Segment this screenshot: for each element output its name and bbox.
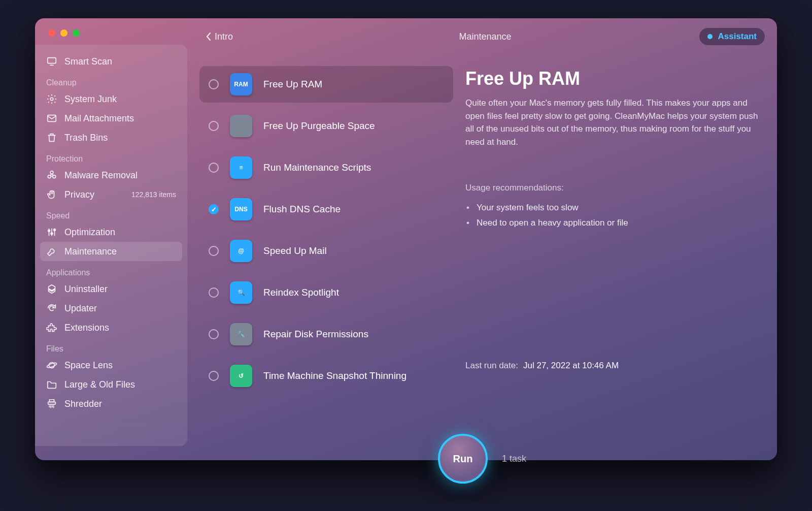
task-item-run-maintenance-scripts[interactable]: ≡Run Maintenance Scripts: [199, 149, 453, 186]
window-controls: [48, 29, 80, 37]
last-run-value: Jul 27, 2022 at 10:46 AM: [523, 361, 619, 371]
puzzle-icon: [46, 322, 57, 333]
minimize-window-button[interactable]: [60, 29, 67, 37]
detail-panel: Free Up RAM Quite often your Mac's memor…: [465, 68, 765, 460]
task-checkbox[interactable]: [209, 246, 219, 256]
sidebar-item-label: Smart Scan: [64, 56, 112, 67]
task-item-free-up-ram[interactable]: RAMFree Up RAM: [199, 66, 453, 103]
task-icon: 🔧: [230, 323, 252, 345]
task-icon: ≡: [230, 156, 252, 179]
task-label: Repair Disk Permissions: [263, 329, 368, 340]
sidebar-item-smart-scan[interactable]: Smart Scan: [40, 52, 182, 71]
task-checkbox[interactable]: [209, 288, 219, 298]
sidebar-item-maintenance[interactable]: Maintenance: [40, 242, 182, 261]
sidebar-item-malware-removal[interactable]: Malware Removal: [40, 166, 182, 185]
sidebar-item-large-old-files[interactable]: Large & Old Files: [40, 375, 182, 394]
run-label: Run: [453, 453, 473, 465]
sidebar-item-system-junk[interactable]: System Junk: [40, 89, 182, 109]
shredder-icon: [46, 398, 57, 409]
last-run-label: Last run date:: [465, 361, 518, 371]
run-section: Run 1 task: [438, 434, 526, 484]
sidebar-item-label: Maintenance: [64, 246, 117, 257]
assistant-button[interactable]: Assistant: [699, 28, 765, 45]
main-content: Intro Maintenance Assistant RAMFree Up R…: [187, 18, 777, 460]
sidebar-item-mail-attachments[interactable]: Mail Attachments: [40, 109, 182, 128]
detail-title: Free Up RAM: [465, 68, 760, 89]
task-icon: 🔍: [230, 281, 252, 304]
sidebar: Smart Scan CleanupSystem JunkMail Attach…: [35, 45, 187, 446]
task-item-reindex-spotlight[interactable]: 🔍Reindex Spotlight: [199, 274, 453, 311]
task-icon: [230, 115, 252, 137]
fullscreen-window-button[interactable]: [73, 29, 80, 37]
sidebar-group-label: Files: [40, 337, 182, 356]
sidebar-item-label: Extensions: [64, 323, 109, 333]
sidebar-item-optimization[interactable]: Optimization: [40, 222, 182, 242]
envelope-icon: [46, 113, 57, 124]
folder-icon: [46, 379, 57, 390]
planet-icon: [46, 360, 57, 371]
task-checkbox[interactable]: [209, 121, 219, 131]
task-item-speed-up-mail[interactable]: @Speed Up Mail: [199, 233, 453, 269]
sidebar-group-label: Cleanup: [40, 71, 182, 89]
close-window-button[interactable]: [48, 29, 55, 37]
task-list: RAMFree Up RAMFree Up Purgeable Space≡Ru…: [199, 61, 453, 460]
svg-point-7: [48, 230, 50, 232]
wrench-icon: [46, 246, 57, 257]
task-checkbox[interactable]: [209, 79, 219, 89]
recommendations-list: Your system feels too slowNeed to open a…: [465, 200, 760, 231]
task-checkbox[interactable]: [209, 329, 219, 339]
sidebar-group-label: Protection: [40, 147, 182, 166]
task-item-time-machine-snapshot-thinning[interactable]: ↺Time Machine Snapshot Thinning: [199, 358, 453, 394]
task-count: 1 task: [502, 454, 526, 464]
recommendations-heading: Usage recommendations:: [465, 183, 760, 193]
hand-icon: [46, 189, 57, 200]
gear-icon: [46, 93, 57, 105]
recommendation-item: Your system feels too slow: [465, 200, 760, 215]
last-run-row: Last run date: Jul 27, 2022 at 10:46 AM: [465, 361, 619, 371]
sidebar-item-updater[interactable]: Updater: [40, 299, 182, 318]
detail-description: Quite often your Mac's memory gets fully…: [465, 97, 760, 148]
task-checkbox[interactable]: [209, 163, 219, 173]
sidebar-item-trash-bins[interactable]: Trash Bins: [40, 128, 182, 147]
sidebar-item-label: Optimization: [64, 227, 115, 238]
sidebar-item-uninstaller[interactable]: Uninstaller: [40, 279, 182, 299]
topbar: Intro Maintenance Assistant: [206, 27, 765, 46]
sidebar-item-label: Privacy: [64, 189, 94, 200]
sidebar-item-meta: 122,813 items: [131, 190, 176, 199]
task-label: Flush DNS Cache: [263, 204, 341, 215]
task-label: Free Up RAM: [263, 79, 322, 90]
chevron-left-icon: [206, 32, 212, 41]
back-button[interactable]: Intro: [206, 31, 233, 42]
sidebar-item-space-lens[interactable]: Space Lens: [40, 356, 182, 375]
svg-point-1: [50, 98, 53, 101]
cubes-icon: [46, 283, 57, 295]
refresh-icon: [46, 303, 57, 314]
sidebar-item-label: Updater: [64, 303, 97, 314]
sidebar-item-label: Malware Removal: [64, 170, 138, 181]
task-item-free-up-purgeable-space[interactable]: Free Up Purgeable Space: [199, 108, 453, 144]
sidebar-item-label: Uninstaller: [64, 284, 108, 295]
sidebar-item-shredder[interactable]: Shredder: [40, 394, 182, 413]
sliders-icon: [46, 227, 57, 238]
task-label: Run Maintenance Scripts: [263, 162, 371, 173]
sidebar-item-privacy[interactable]: Privacy122,813 items: [40, 185, 182, 204]
task-icon: @: [230, 240, 252, 262]
sidebar-item-label: Mail Attachments: [64, 113, 134, 124]
back-label: Intro: [215, 31, 233, 42]
svg-point-5: [48, 175, 51, 178]
run-button[interactable]: Run: [438, 434, 488, 484]
task-checkbox[interactable]: [209, 204, 219, 214]
svg-point-4: [50, 171, 53, 174]
task-item-repair-disk-permissions[interactable]: 🔧Repair Disk Permissions: [199, 316, 453, 353]
task-item-flush-dns-cache[interactable]: DNSFlush DNS Cache: [199, 191, 453, 228]
assistant-indicator-icon: [707, 34, 713, 39]
sidebar-item-label: System Junk: [64, 94, 117, 105]
sidebar-item-label: Space Lens: [64, 360, 113, 371]
sidebar-item-extensions[interactable]: Extensions: [40, 318, 182, 337]
task-label: Time Machine Snapshot Thinning: [263, 370, 407, 381]
task-checkbox[interactable]: [209, 371, 219, 381]
recommendation-item: Need to open a heavy application or file: [465, 215, 760, 231]
page-title: Maintenance: [459, 31, 511, 42]
task-label: Free Up Purgeable Space: [263, 120, 375, 132]
svg-rect-0: [48, 58, 56, 63]
